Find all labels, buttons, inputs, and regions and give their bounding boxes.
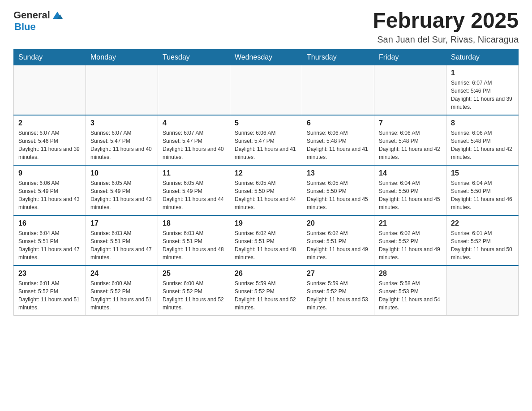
day-info: Sunrise: 6:07 AMSunset: 5:47 PMDaylight:… (163, 129, 225, 161)
day-number: 7 (379, 119, 442, 127)
calendar-week-row: 23Sunrise: 6:01 AMSunset: 5:52 PMDayligh… (14, 265, 519, 316)
col-sunday: Sunday (14, 49, 86, 65)
day-number: 8 (451, 119, 514, 127)
table-row: 23Sunrise: 6:01 AMSunset: 5:52 PMDayligh… (14, 265, 86, 316)
col-monday: Monday (86, 49, 158, 65)
location-title: San Juan del Sur, Rivas, Nicaragua (373, 34, 519, 45)
table-row: 25Sunrise: 6:00 AMSunset: 5:52 PMDayligh… (158, 265, 230, 316)
day-number: 18 (163, 219, 225, 227)
day-number: 19 (235, 219, 297, 227)
day-number: 24 (90, 270, 153, 278)
day-info: Sunrise: 6:07 AMSunset: 5:47 PMDaylight:… (90, 129, 153, 161)
day-number: 23 (18, 270, 81, 278)
calendar-header-row: Sunday Monday Tuesday Wednesday Thursday… (14, 49, 519, 65)
day-info: Sunrise: 6:01 AMSunset: 5:52 PMDaylight:… (18, 279, 81, 312)
day-info: Sunrise: 6:03 AMSunset: 5:51 PMDaylight:… (163, 229, 225, 261)
table-row: 16Sunrise: 6:04 AMSunset: 5:51 PMDayligh… (14, 215, 86, 265)
day-number: 20 (307, 219, 369, 227)
day-number: 14 (379, 169, 442, 177)
day-info: Sunrise: 6:06 AMSunset: 5:47 PMDaylight:… (235, 129, 297, 161)
day-info: Sunrise: 6:00 AMSunset: 5:52 PMDaylight:… (90, 279, 153, 312)
day-number: 3 (90, 119, 153, 127)
day-number: 27 (307, 270, 369, 278)
table-row: 17Sunrise: 6:03 AMSunset: 5:51 PMDayligh… (86, 215, 158, 265)
table-row: 18Sunrise: 6:03 AMSunset: 5:51 PMDayligh… (158, 215, 230, 265)
table-row (86, 65, 158, 115)
day-info: Sunrise: 5:59 AMSunset: 5:52 PMDaylight:… (307, 279, 369, 312)
day-number: 5 (235, 119, 297, 127)
month-title: February 2025 (373, 9, 519, 33)
table-row (230, 65, 302, 115)
day-number: 12 (235, 169, 297, 177)
day-number: 28 (379, 270, 442, 278)
col-tuesday: Tuesday (158, 49, 230, 65)
day-info: Sunrise: 6:05 AMSunset: 5:49 PMDaylight:… (90, 179, 153, 211)
title-block: February 2025 San Juan del Sur, Rivas, N… (373, 9, 519, 45)
day-number: 15 (451, 169, 514, 177)
logo-icon (51, 9, 64, 21)
day-info: Sunrise: 6:07 AMSunset: 5:46 PMDaylight:… (18, 129, 81, 161)
day-info: Sunrise: 6:05 AMSunset: 5:49 PMDaylight:… (163, 179, 225, 211)
table-row (14, 65, 86, 115)
day-info: Sunrise: 6:02 AMSunset: 5:52 PMDaylight:… (379, 229, 442, 261)
table-row: 27Sunrise: 5:59 AMSunset: 5:52 PMDayligh… (302, 265, 374, 316)
table-row: 2Sunrise: 6:07 AMSunset: 5:46 PMDaylight… (14, 115, 86, 165)
day-info: Sunrise: 6:07 AMSunset: 5:46 PMDaylight:… (451, 79, 514, 111)
day-info: Sunrise: 6:06 AMSunset: 5:48 PMDaylight:… (451, 129, 514, 161)
day-info: Sunrise: 6:06 AMSunset: 5:48 PMDaylight:… (307, 129, 369, 161)
table-row: 13Sunrise: 6:05 AMSunset: 5:50 PMDayligh… (302, 165, 374, 215)
calendar-week-row: 9Sunrise: 6:06 AMSunset: 5:49 PMDaylight… (14, 165, 519, 215)
table-row: 5Sunrise: 6:06 AMSunset: 5:47 PMDaylight… (230, 115, 302, 165)
table-row: 26Sunrise: 5:59 AMSunset: 5:52 PMDayligh… (230, 265, 302, 316)
day-info: Sunrise: 6:01 AMSunset: 5:52 PMDaylight:… (451, 229, 514, 261)
day-number: 26 (235, 270, 297, 278)
table-row: 10Sunrise: 6:05 AMSunset: 5:49 PMDayligh… (86, 165, 158, 215)
table-row: 8Sunrise: 6:06 AMSunset: 5:48 PMDaylight… (446, 115, 519, 165)
calendar-table: Sunday Monday Tuesday Wednesday Thursday… (13, 49, 519, 316)
table-row (302, 65, 374, 115)
calendar-week-row: 2Sunrise: 6:07 AMSunset: 5:46 PMDaylight… (14, 115, 519, 165)
day-info: Sunrise: 6:05 AMSunset: 5:50 PMDaylight:… (307, 179, 369, 211)
table-row: 19Sunrise: 6:02 AMSunset: 5:51 PMDayligh… (230, 215, 302, 265)
day-info: Sunrise: 6:02 AMSunset: 5:51 PMDaylight:… (307, 229, 369, 261)
day-number: 9 (18, 169, 81, 177)
table-row: 28Sunrise: 5:58 AMSunset: 5:53 PMDayligh… (374, 265, 446, 316)
table-row: 1Sunrise: 6:07 AMSunset: 5:46 PMDaylight… (446, 65, 519, 115)
col-friday: Friday (374, 49, 446, 65)
table-row: 22Sunrise: 6:01 AMSunset: 5:52 PMDayligh… (446, 215, 519, 265)
table-row: 4Sunrise: 6:07 AMSunset: 5:47 PMDaylight… (158, 115, 230, 165)
table-row: 9Sunrise: 6:06 AMSunset: 5:49 PMDaylight… (14, 165, 86, 215)
day-info: Sunrise: 6:04 AMSunset: 5:50 PMDaylight:… (379, 179, 442, 211)
table-row: 24Sunrise: 6:00 AMSunset: 5:52 PMDayligh… (86, 265, 158, 316)
day-number: 11 (163, 169, 225, 177)
day-info: Sunrise: 6:02 AMSunset: 5:51 PMDaylight:… (235, 229, 297, 261)
day-number: 6 (307, 119, 369, 127)
day-number: 4 (163, 119, 225, 127)
table-row: 14Sunrise: 6:04 AMSunset: 5:50 PMDayligh… (374, 165, 446, 215)
page-header: General Blue February 2025 San Juan del … (13, 9, 519, 45)
table-row (374, 65, 446, 115)
day-info: Sunrise: 6:05 AMSunset: 5:50 PMDaylight:… (235, 179, 297, 211)
day-info: Sunrise: 6:06 AMSunset: 5:48 PMDaylight:… (379, 129, 442, 161)
table-row: 15Sunrise: 6:04 AMSunset: 5:50 PMDayligh… (446, 165, 519, 215)
table-row: 20Sunrise: 6:02 AMSunset: 5:51 PMDayligh… (302, 215, 374, 265)
table-row: 3Sunrise: 6:07 AMSunset: 5:47 PMDaylight… (86, 115, 158, 165)
col-thursday: Thursday (302, 49, 374, 65)
day-info: Sunrise: 6:04 AMSunset: 5:50 PMDaylight:… (451, 179, 514, 211)
logo: General Blue (13, 9, 64, 32)
table-row: 12Sunrise: 6:05 AMSunset: 5:50 PMDayligh… (230, 165, 302, 215)
day-number: 22 (451, 219, 514, 227)
table-row: 11Sunrise: 6:05 AMSunset: 5:49 PMDayligh… (158, 165, 230, 215)
logo-text-general: General (13, 10, 50, 21)
col-saturday: Saturday (446, 49, 519, 65)
col-wednesday: Wednesday (230, 49, 302, 65)
day-number: 13 (307, 169, 369, 177)
logo-text-blue: Blue (14, 21, 36, 32)
table-row: 6Sunrise: 6:06 AMSunset: 5:48 PMDaylight… (302, 115, 374, 165)
day-info: Sunrise: 6:00 AMSunset: 5:52 PMDaylight:… (163, 279, 225, 312)
day-info: Sunrise: 6:06 AMSunset: 5:49 PMDaylight:… (18, 179, 81, 211)
day-number: 1 (451, 69, 514, 77)
day-info: Sunrise: 5:58 AMSunset: 5:53 PMDaylight:… (379, 279, 442, 312)
calendar-week-row: 1Sunrise: 6:07 AMSunset: 5:46 PMDaylight… (14, 65, 519, 115)
day-info: Sunrise: 6:04 AMSunset: 5:51 PMDaylight:… (18, 229, 81, 261)
